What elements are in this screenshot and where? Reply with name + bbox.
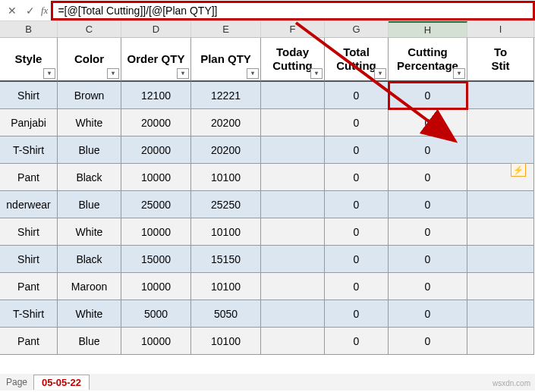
cell-plan_qty[interactable]: 5050 (191, 300, 261, 328)
fx-icon[interactable]: fx (41, 5, 48, 17)
col-header-g[interactable]: G (325, 21, 389, 37)
cell-color[interactable]: Blue (58, 191, 121, 218)
cell-today_cutting[interactable] (261, 300, 325, 328)
cell-total_cutting[interactable]: 0 (325, 191, 389, 218)
cell-total_cutting[interactable]: 0 (325, 136, 389, 164)
cell-cutting_pct[interactable]: 0 (389, 164, 467, 191)
cell-today_cutting[interactable] (261, 136, 325, 164)
cell-order_qty[interactable]: 10000 (121, 164, 191, 191)
cell-cutting_pct[interactable]: 0 (389, 300, 467, 328)
cell-total_cutting[interactable]: 0 (325, 109, 389, 136)
cell-total_stitch[interactable] (467, 82, 534, 109)
cell-order_qty[interactable]: 20000 (121, 136, 191, 164)
cell-today_cutting[interactable] (261, 246, 325, 273)
cell-plan_qty[interactable]: 20200 (191, 136, 261, 164)
col-header-c[interactable]: C (58, 21, 121, 37)
cell-style[interactable]: nderwear (0, 191, 58, 218)
cell-style[interactable]: Pant (0, 328, 58, 355)
formula-input[interactable]: =[@[Total Cutting]]/[@[Plan QTY]] (58, 5, 528, 17)
cell-total_cutting[interactable]: 0 (325, 300, 389, 328)
cell-total_cutting[interactable]: 0 (325, 82, 389, 109)
cell-color[interactable]: Maroon (58, 273, 121, 300)
header-cutting-pct[interactable]: Cutting Percentage▾ (389, 38, 467, 82)
cell-cutting_pct[interactable]: 0 (389, 218, 467, 246)
cell-color[interactable]: Blue (58, 136, 121, 164)
filter-icon[interactable]: ▾ (374, 68, 386, 79)
cell-cutting_pct[interactable]: 0 (389, 273, 467, 300)
cell-color[interactable]: Black (58, 164, 121, 191)
cell-plan_qty[interactable]: 10100 (191, 164, 261, 191)
filter-icon[interactable]: ▾ (43, 68, 55, 79)
cell-color[interactable]: Brown (58, 82, 121, 109)
cell-today_cutting[interactable] (261, 191, 325, 218)
header-plan-qty[interactable]: Plan QTY▾ (191, 38, 261, 82)
header-order-qty[interactable]: Order QTY▾ (121, 38, 191, 82)
cell-plan_qty[interactable]: 10100 (191, 218, 261, 246)
cell-plan_qty[interactable]: 10100 (191, 328, 261, 355)
filter-icon[interactable]: ▾ (247, 68, 259, 79)
cell-order_qty[interactable]: 10000 (121, 218, 191, 246)
cell-style[interactable]: Pant (0, 164, 58, 191)
cell-total_cutting[interactable]: 0 (325, 218, 389, 246)
cell-style[interactable]: Panjabi (0, 109, 58, 136)
cell-style[interactable]: T-Shirt (0, 136, 58, 164)
filter-icon[interactable]: ▾ (177, 68, 189, 79)
cell-today_cutting[interactable] (261, 273, 325, 300)
enter-icon[interactable]: ✓ (21, 2, 39, 20)
cell-cutting_pct[interactable]: 0 (389, 328, 467, 355)
cell-order_qty[interactable]: 10000 (121, 273, 191, 300)
cell-total_stitch[interactable] (467, 218, 534, 246)
header-total-cutting[interactable]: Total Cutting▾ (325, 38, 389, 82)
col-header-f[interactable]: F (261, 21, 325, 37)
cell-order_qty[interactable]: 15000 (121, 246, 191, 273)
cell-style[interactable]: Shirt (0, 82, 58, 109)
cell-total_stitch[interactable] (467, 273, 534, 300)
header-color[interactable]: Color▾ (58, 38, 121, 82)
header-today-cutting[interactable]: Today Cutting▾ (261, 38, 325, 82)
cell-style[interactable]: T-Shirt (0, 300, 58, 328)
cell-cutting_pct[interactable]: 0 (389, 246, 467, 273)
cell-total_stitch[interactable] (467, 191, 534, 218)
cell-total_cutting[interactable]: 0 (325, 328, 389, 355)
filter-icon[interactable]: ▾ (107, 68, 119, 79)
cell-plan_qty[interactable]: 12221 (191, 82, 261, 109)
cell-today_cutting[interactable] (261, 164, 325, 191)
cell-style[interactable]: Shirt (0, 218, 58, 246)
cell-total_stitch[interactable] (467, 300, 534, 328)
header-total-stitch[interactable]: To Stit (467, 38, 534, 82)
cell-order_qty[interactable]: 20000 (121, 109, 191, 136)
cell-cutting_pct[interactable]: 0 (389, 191, 467, 218)
col-header-b[interactable]: B (0, 21, 58, 37)
cell-order_qty[interactable]: 25000 (121, 191, 191, 218)
cell-color[interactable]: White (58, 109, 121, 136)
filter-icon[interactable]: ▾ (453, 68, 465, 79)
cell-color[interactable]: White (58, 300, 121, 328)
cell-order_qty[interactable]: 5000 (121, 300, 191, 328)
cell-total_stitch[interactable] (467, 136, 534, 164)
cell-today_cutting[interactable] (261, 82, 325, 109)
cell-total_stitch[interactable] (467, 109, 534, 136)
col-header-e[interactable]: E (191, 21, 261, 37)
cell-color[interactable]: Blue (58, 328, 121, 355)
col-header-i[interactable]: I (467, 21, 534, 37)
cell-plan_qty[interactable]: 10100 (191, 273, 261, 300)
cell-order_qty[interactable]: 10000 (121, 328, 191, 355)
cell-total_stitch[interactable] (467, 246, 534, 273)
cell-style[interactable]: Shirt (0, 246, 58, 273)
cell-today_cutting[interactable] (261, 109, 325, 136)
cell-total_cutting[interactable]: 0 (325, 164, 389, 191)
col-header-d[interactable]: D (121, 21, 191, 37)
cell-plan_qty[interactable]: 15150 (191, 246, 261, 273)
cell-style[interactable]: Pant (0, 273, 58, 300)
sheet-tab-active[interactable]: 05-05-22 (33, 375, 90, 390)
cancel-icon[interactable]: ✕ (3, 2, 21, 20)
cell-color[interactable]: White (58, 218, 121, 246)
filter-icon[interactable]: ▾ (310, 68, 323, 79)
cell-total_stitch[interactable] (467, 328, 534, 355)
header-style[interactable]: Style▾ (0, 38, 58, 82)
cell-plan_qty[interactable]: 25250 (191, 191, 261, 218)
cell-total_cutting[interactable]: 0 (325, 246, 389, 273)
cell-color[interactable]: Black (58, 246, 121, 273)
cell-order_qty[interactable]: 12100 (121, 82, 191, 109)
active-cell[interactable]: 0 (389, 82, 467, 109)
